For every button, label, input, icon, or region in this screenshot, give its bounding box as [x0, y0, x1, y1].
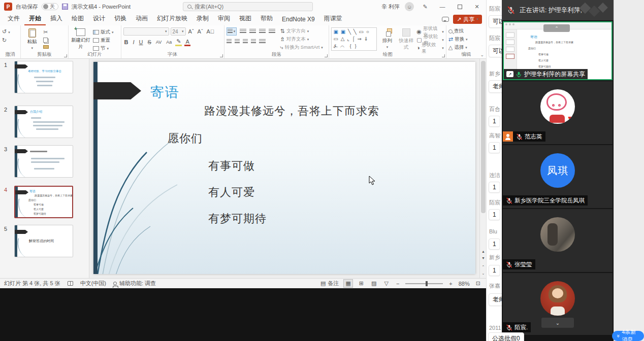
quick-styles-button[interactable]: 快速样式	[398, 27, 414, 51]
chat-message[interactable]: 1	[489, 265, 500, 276]
minimize-button[interactable]: —	[436, 2, 448, 12]
chat-message[interactable]: 可以	[489, 45, 502, 57]
align-right-icon[interactable]	[243, 39, 248, 44]
dialog-launcher-icon[interactable]	[442, 54, 445, 57]
new-messages-button[interactable]: » 4条新消息	[612, 331, 644, 341]
slide-thumbnail-1[interactable]: 考研经验、学习经验分享会	[14, 61, 73, 93]
tab-endnote[interactable]: EndNote X9	[277, 14, 319, 25]
tab-animations[interactable]: 动画	[131, 12, 152, 25]
tab-draw[interactable]: 绘图	[67, 12, 88, 25]
slideshow-button[interactable]: ▽	[382, 280, 390, 287]
grow-font-button[interactable]: Aˆ	[187, 28, 195, 35]
strikethrough-button[interactable]: S	[147, 39, 152, 45]
zoom-slider[interactable]	[405, 283, 443, 284]
chat-message[interactable]: 1	[489, 238, 500, 250]
chat-message[interactable]: 老师	[489, 80, 502, 93]
chat-message[interactable]: 1	[489, 116, 500, 127]
bold-button[interactable]: B	[123, 39, 130, 45]
accessibility-status[interactable]: 辅助功能: 调查	[113, 280, 156, 287]
tab-transitions[interactable]: 切换	[110, 12, 131, 25]
increase-indent-icon[interactable]	[259, 29, 266, 34]
collapse-ribbon-icon[interactable]: ⌄	[480, 52, 484, 57]
collapse-videos-chevron-down-icon[interactable]: ⌄	[541, 318, 574, 328]
ink-pen-icon[interactable]: ✎	[419, 2, 431, 12]
slide-thumbnail-5[interactable]: 解疑答惑的时间	[14, 225, 73, 257]
slide-position-indicator[interactable]: 幻灯片 第 4 张, 共 5 张	[4, 280, 60, 287]
layout-button[interactable]: 版式▾	[93, 29, 114, 36]
font-size-select[interactable]: 24▾	[171, 27, 186, 36]
paste-button[interactable]: 粘贴 ▾	[23, 27, 41, 50]
tab-insert[interactable]: 插入	[46, 12, 67, 25]
shapes-gallery[interactable]: ▣ ▣ ╲ ╲ ▭ ○ ▭ △ ⌞ ⌠ ⇒ ⇓ ⍼ ⌒ ｛ ｝	[331, 27, 376, 51]
font-name-select[interactable]: ▾	[123, 27, 169, 36]
chat-message[interactable]: 1	[489, 209, 500, 220]
dialog-launcher-icon[interactable]	[64, 54, 67, 57]
chat-message[interactable]: 可以	[489, 15, 502, 28]
fit-to-window-icon[interactable]: ⊡	[474, 280, 482, 287]
copy-icon[interactable]	[43, 38, 48, 43]
slide-canvas[interactable]: 寄语 路漫漫其修远兮，吾将上下而求索 愿你们 有事可做 有人可爱 有梦可期待	[93, 62, 475, 274]
zoom-slider-knob[interactable]	[426, 281, 428, 286]
cut-icon[interactable]: ✂	[43, 29, 49, 35]
share-button[interactable]: ↗共享▾	[453, 15, 482, 24]
maximize-button[interactable]	[454, 2, 466, 12]
tab-review[interactable]: 审阅	[213, 12, 235, 25]
close-button[interactable]: ✕	[471, 2, 483, 12]
align-left-icon[interactable]	[227, 39, 232, 44]
tab-view[interactable]: 视图	[235, 12, 256, 25]
replace-button[interactable]: ⇄替换▾	[448, 36, 468, 43]
numbering-icon[interactable]	[240, 29, 246, 34]
autosave-toggle[interactable]: 关	[42, 3, 58, 10]
select-button[interactable]: △选择▾	[448, 44, 468, 51]
dialog-launcher-icon[interactable]	[220, 54, 223, 57]
font-color-button[interactable]: A	[184, 39, 190, 46]
dialog-launcher-icon[interactable]	[325, 54, 328, 57]
save-icon[interactable]	[62, 4, 68, 10]
underline-button[interactable]: U	[138, 39, 144, 45]
justify-icon[interactable]	[251, 39, 256, 44]
tab-record[interactable]: 录制	[192, 12, 213, 25]
chevron-up-icon[interactable]: ⌃	[543, 24, 570, 32]
chat-message[interactable]: 1	[489, 142, 500, 153]
line-spacing-icon[interactable]	[269, 29, 275, 34]
chat-message[interactable]: 老师	[489, 293, 502, 306]
redo-icon[interactable]: ↻	[2, 38, 10, 43]
zoom-level[interactable]: 88%	[459, 281, 470, 287]
vertical-scrollbar[interactable]: ▲ ▼ ⌃ ⌄	[479, 59, 486, 278]
tab-design[interactable]: 设计	[88, 12, 110, 25]
normal-view-button[interactable]: ▦	[343, 279, 352, 288]
screen-share-tile[interactable]: 寄语 路漫漫其修远兮，吾将上下而求索 愿你们 有事可做 有人可爱 有梦可期待 ⌃…	[503, 21, 613, 80]
columns-icon[interactable]	[259, 39, 266, 44]
search-input[interactable]: 搜索(Alt+Q)	[183, 2, 313, 11]
format-painter-icon[interactable]	[43, 45, 49, 49]
decrease-indent-icon[interactable]	[249, 29, 256, 34]
bullets-button[interactable]: ▾	[227, 27, 237, 36]
slide-sorter-view-button[interactable]: ⊞	[358, 280, 365, 287]
shape-effects-button[interactable]: ◑形状效果▾	[416, 45, 444, 51]
smartart-button[interactable]: ⤷转换为 SmartArt▾	[280, 44, 323, 51]
align-text-button[interactable]: ⇯对齐文本▾	[280, 36, 323, 43]
arrange-button[interactable]: 排列 ▾	[379, 27, 396, 49]
reading-view-button[interactable]: ▨	[370, 280, 378, 287]
participant-tile[interactable]: 张莹莹	[503, 209, 613, 272]
clear-format-button[interactable]: A⃠	[206, 28, 216, 35]
tab-home[interactable]: 开始	[24, 12, 46, 25]
align-center-icon[interactable]	[235, 39, 240, 44]
scrollbar-thumb[interactable]	[481, 61, 486, 213]
slide-thumbnail-2[interactable]: 自我介绍	[14, 106, 73, 138]
tab-help[interactable]: 帮助	[256, 12, 277, 25]
find-button[interactable]: 查找	[448, 28, 468, 35]
italic-button[interactable]: I	[132, 39, 136, 45]
language-indicator[interactable]: 中文(中国)	[80, 280, 106, 287]
undo-icon[interactable]: ↺ ▾	[2, 29, 10, 35]
zoom-in-button[interactable]: +	[447, 280, 454, 287]
spellcheck-icon[interactable]	[68, 281, 73, 286]
char-spacing-button[interactable]: AV	[155, 40, 163, 45]
user-avatar[interactable]: ☺	[405, 2, 414, 11]
tab-slideshow[interactable]: 幻灯片放映	[152, 12, 192, 25]
shrink-font-button[interactable]: Aˇ	[197, 28, 204, 35]
change-case-button[interactable]: Aa	[165, 40, 173, 45]
participant-tile[interactable]: 凤琪 新乡医学院三全学院岳凤琪	[503, 145, 613, 208]
notes-button[interactable]: ▤备注	[320, 280, 339, 287]
highlight-color-button[interactable]: ✎	[175, 38, 182, 46]
